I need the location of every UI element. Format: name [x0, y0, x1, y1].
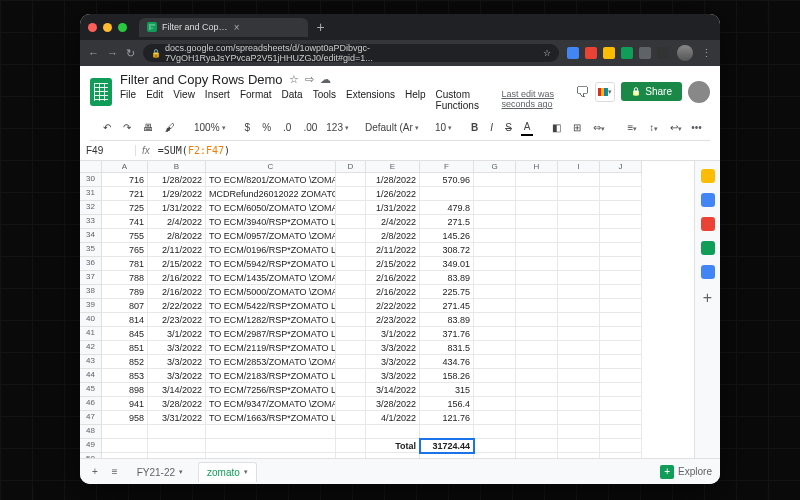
cell[interactable]	[516, 313, 558, 327]
row-header[interactable]: 36	[80, 257, 102, 271]
cell[interactable]: 434.76	[420, 355, 474, 369]
column-header[interactable]: B	[148, 161, 206, 173]
cell[interactable]	[558, 327, 600, 341]
paint-format-icon[interactable]: 🖌	[162, 120, 178, 135]
row-header[interactable]: 50	[80, 453, 102, 458]
row-header[interactable]: 45	[80, 383, 102, 397]
cell[interactable]	[600, 313, 642, 327]
cell[interactable]: 1/29/2022	[148, 187, 206, 201]
cell[interactable]	[336, 271, 366, 285]
cell[interactable]	[474, 201, 516, 215]
cell[interactable]: 349.01	[420, 257, 474, 271]
cell[interactable]: 4/1/2022	[366, 411, 420, 425]
cell[interactable]	[600, 285, 642, 299]
cell[interactable]: TO ECM/0957/ZOMATO \ZOMATO	[206, 229, 336, 243]
cell[interactable]: 2/23/2022	[366, 313, 420, 327]
cell[interactable]	[336, 215, 366, 229]
cell[interactable]	[336, 243, 366, 257]
cell[interactable]	[600, 229, 642, 243]
extension-icon[interactable]	[585, 47, 597, 59]
cell[interactable]: 2/11/2022	[148, 243, 206, 257]
close-window-icon[interactable]	[88, 23, 97, 32]
cell[interactable]	[148, 425, 206, 439]
cell[interactable]: 371.76	[420, 327, 474, 341]
cell[interactable]: 2/16/2022	[148, 271, 206, 285]
all-sheets-button[interactable]: ≡	[108, 464, 122, 479]
italic-button[interactable]: I	[487, 120, 496, 135]
cell[interactable]	[516, 229, 558, 243]
menu-view[interactable]: View	[173, 89, 195, 111]
cell[interactable]	[600, 327, 642, 341]
menu-edit[interactable]: Edit	[146, 89, 163, 111]
cell[interactable]	[336, 383, 366, 397]
star-bookmark-icon[interactable]: ☆	[543, 48, 551, 58]
cell[interactable]	[336, 285, 366, 299]
cell[interactable]	[558, 257, 600, 271]
cell[interactable]: 765	[102, 243, 148, 257]
cell[interactable]: 158.26	[420, 369, 474, 383]
row-header[interactable]: 44	[80, 369, 102, 383]
cell[interactable]: TO ECM/7256/RSP*ZOMATO LIM	[206, 383, 336, 397]
number-format-select[interactable]: 123▾	[326, 122, 349, 133]
document-name[interactable]: Filter and Copy Rows Demo	[120, 72, 283, 87]
address-bar[interactable]: 🔒 docs.google.com/spreadsheets/d/1owpt0a…	[143, 44, 559, 62]
cell[interactable]	[600, 411, 642, 425]
cell[interactable]: TO ECM/5942/RSP*ZOMATO LIM	[206, 257, 336, 271]
cell[interactable]	[474, 187, 516, 201]
cell[interactable]	[558, 425, 600, 439]
undo-icon[interactable]: ↶	[100, 120, 114, 135]
cell[interactable]: 271.45	[420, 299, 474, 313]
merge-cells-icon[interactable]: ⇔▾	[590, 120, 608, 135]
cell[interactable]: 83.89	[420, 313, 474, 327]
cell[interactable]: TO ECM/2183/RSP*ZOMATO LIM	[206, 369, 336, 383]
row-header[interactable]: 30	[80, 173, 102, 187]
cell[interactable]	[336, 187, 366, 201]
cell[interactable]	[474, 299, 516, 313]
cell[interactable]	[516, 397, 558, 411]
cell[interactable]: 807	[102, 299, 148, 313]
cell[interactable]	[516, 257, 558, 271]
cell[interactable]	[474, 257, 516, 271]
cell-total-value[interactable]: 31724.44	[420, 439, 474, 453]
share-button[interactable]: Share	[621, 82, 682, 101]
menu-extensions[interactable]: Extensions	[346, 89, 395, 111]
column-header[interactable]: A	[102, 161, 148, 173]
profile-avatar-icon[interactable]	[677, 45, 693, 61]
menu-data[interactable]: Data	[282, 89, 303, 111]
cell[interactable]	[558, 285, 600, 299]
cell[interactable]	[558, 453, 600, 458]
cell[interactable]	[102, 453, 148, 458]
cell[interactable]: 1/31/2022	[148, 201, 206, 215]
cell[interactable]	[336, 355, 366, 369]
cell[interactable]	[474, 355, 516, 369]
cell[interactable]: 2/23/2022	[148, 313, 206, 327]
cell[interactable]: 2/8/2022	[148, 229, 206, 243]
cell[interactable]: 3/3/2022	[366, 369, 420, 383]
v-align-icon[interactable]: ↕▾	[646, 120, 661, 135]
cell[interactable]: 3/31/2022	[148, 411, 206, 425]
cell[interactable]	[516, 299, 558, 313]
cell[interactable]	[336, 201, 366, 215]
reload-icon[interactable]: ↻	[126, 47, 135, 60]
cell[interactable]	[558, 243, 600, 257]
close-tab-icon[interactable]: ×	[234, 22, 301, 33]
cell[interactable]	[474, 439, 516, 453]
new-tab-button[interactable]: +	[316, 19, 324, 35]
cell[interactable]	[336, 369, 366, 383]
menu-file[interactable]: File	[120, 89, 136, 111]
menu-help[interactable]: Help	[405, 89, 426, 111]
cell[interactable]	[600, 243, 642, 257]
currency-icon[interactable]: $	[242, 120, 254, 135]
cell[interactable]	[474, 341, 516, 355]
cell[interactable]: 1/26/2022	[366, 187, 420, 201]
extension-icon[interactable]	[621, 47, 633, 59]
text-color-button[interactable]: A	[521, 119, 534, 136]
cell-total-label[interactable]: Total	[366, 439, 420, 453]
cell[interactable]	[420, 425, 474, 439]
browser-tab[interactable]: Filter and Copy Rows Demo - G ×	[139, 18, 308, 37]
side-panel-app-icon[interactable]	[701, 193, 715, 207]
cell[interactable]: 716	[102, 173, 148, 187]
row-header[interactable]: 35	[80, 243, 102, 257]
fill-color-icon[interactable]: ◧	[549, 120, 564, 135]
cell[interactable]	[600, 383, 642, 397]
